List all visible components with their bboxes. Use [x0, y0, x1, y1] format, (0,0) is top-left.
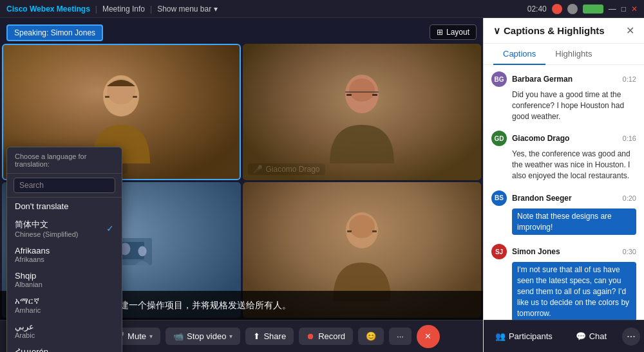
video-icon: 📹 [173, 331, 184, 341]
toolbar-center: 🎤 Mute ▾ 📹 Stop video ▾ ⬆ Share ⏺ Record [106, 325, 440, 348]
avatar-1: GD [491, 131, 507, 146]
share-button[interactable]: ⬆ Share [245, 328, 294, 345]
caption-entry-0: BG Barbara German 0:12 Did you have a go… [491, 71, 636, 122]
video-area: Speaking: Simon Jones ⊞ Layout [0, 18, 483, 352]
emoji-icon: 😊 [366, 331, 376, 341]
avatar-0: BG [491, 71, 507, 87]
layout-button[interactable]: ⊞ Layout [430, 24, 477, 40]
language-dropdown: Choose a language for translation: Don't… [6, 147, 122, 352]
chevron-icon: ∨ [493, 25, 500, 37]
dropdown-search-container [7, 174, 122, 198]
meeting-time: 02:40 [527, 5, 547, 14]
end-call-icon: ✕ [424, 331, 431, 341]
checkmark-icon: ✓ [106, 223, 114, 234]
lang-item-6[interactable]: Հայerén Armenian [7, 343, 122, 352]
more-options-button[interactable]: ··· [389, 328, 412, 345]
record-icon: ⏺ [307, 331, 315, 341]
end-call-button[interactable]: ✕ [417, 325, 440, 348]
panel-title: ∨ Captions & Highlights [493, 25, 605, 37]
caption-entry-3: SJ Simon Jones 0:30 I'm not sure that al… [491, 244, 636, 320]
chat-button[interactable]: 💬 Chat [568, 328, 614, 345]
svg-rect-8 [345, 91, 379, 93]
lang-item-0[interactable]: Don't translate [7, 198, 122, 215]
speaking-indicator: Speaking: Simon Jones [6, 24, 103, 41]
status-dot-red [552, 4, 562, 14]
panel-header: ∨ Captions & Highlights ✕ [484, 18, 644, 44]
dropdown-header: Choose a language for translation: [7, 147, 122, 174]
panel-bottom-bar: 👥 Participants 💬 Chat ··· [484, 320, 644, 352]
highlighted-caption-2: Note that these designs are improving! [512, 208, 636, 236]
svg-rect-3 [133, 96, 137, 98]
avatar-3: SJ [491, 244, 507, 259]
tab-captions[interactable]: Captions [493, 44, 545, 65]
app-name: Cisco Webex Meetings [6, 5, 90, 14]
title-bar: Cisco Webex Meetings | Meeting Info | Sh… [0, 0, 644, 18]
record-button[interactable]: ⏺ Record [299, 328, 353, 345]
stop-video-button[interactable]: 📹 Stop video ▾ [166, 328, 240, 345]
share-icon: ⬆ [253, 331, 260, 341]
mute-caret[interactable]: ▾ [149, 333, 153, 340]
lang-item-5[interactable]: عربي Arabic [7, 318, 122, 343]
captions-list: BG Barbara German 0:12 Did you have a go… [484, 65, 644, 320]
layout-icon: ⊞ [437, 28, 443, 37]
right-panel: ∨ Captions & Highlights ✕ Captions Highl… [483, 18, 644, 352]
emoji-button[interactable]: 😊 [358, 328, 384, 345]
svg-rect-7 [372, 94, 377, 96]
panel-close-button[interactable]: ✕ [626, 24, 634, 37]
person-2 [243, 44, 482, 180]
svg-point-13 [138, 246, 147, 257]
svg-rect-6 [346, 94, 352, 96]
svg-rect-17 [372, 230, 377, 232]
status-dot-gray [567, 4, 578, 14]
tab-highlights[interactable]: Highlights [545, 44, 601, 65]
battery-icon [583, 5, 603, 14]
video-caret[interactable]: ▾ [229, 333, 232, 340]
caption-entry-1: GD Giacomo Drago 0:16 Yes, the conferenc… [491, 131, 636, 181]
minimize-button[interactable]: — [609, 5, 616, 14]
chevron-down-icon: ▾ [214, 5, 218, 14]
svg-point-15 [349, 215, 375, 238]
caption-entry-2: BS Brandon Seeger 0:20 Note that these d… [491, 190, 636, 236]
show-menu-link[interactable]: Show menu bar ▾ [157, 5, 217, 14]
lang-item-3[interactable]: Shqip Albanian [7, 267, 122, 292]
meeting-info-link[interactable]: Meeting Info [102, 5, 145, 14]
highlighted-caption-3: I'm not sure that all of us have seen th… [512, 262, 636, 320]
participants-icon: 👥 [495, 331, 506, 341]
panel-tabs: Captions Highlights [484, 44, 644, 65]
language-search-input[interactable] [14, 178, 115, 193]
svg-rect-16 [347, 230, 352, 232]
window-close-button[interactable]: ✕ [631, 5, 638, 14]
avatar-2: BS [491, 190, 507, 206]
ellipsis-icon: ··· [397, 331, 404, 341]
chat-icon: 💬 [576, 331, 586, 341]
lang-item-2[interactable]: Afrikaans Afrikaans [7, 242, 122, 267]
main-container: Speaking: Simon Jones ⊞ Layout [0, 18, 644, 352]
svg-point-5 [349, 79, 375, 102]
participants-button[interactable]: 👥 Participants [488, 328, 560, 345]
svg-rect-2 [105, 96, 109, 98]
lang-item-1[interactable]: 简体中文 Chinese (Simplified) ✓ [7, 215, 122, 242]
panel-more-button[interactable]: ··· [622, 328, 640, 346]
lang-item-4[interactable]: አማርኛ Amharic [7, 292, 122, 318]
video-cell-2: 🎤 Giacomo Drago [243, 44, 482, 180]
maximize-button[interactable]: □ [621, 5, 626, 14]
